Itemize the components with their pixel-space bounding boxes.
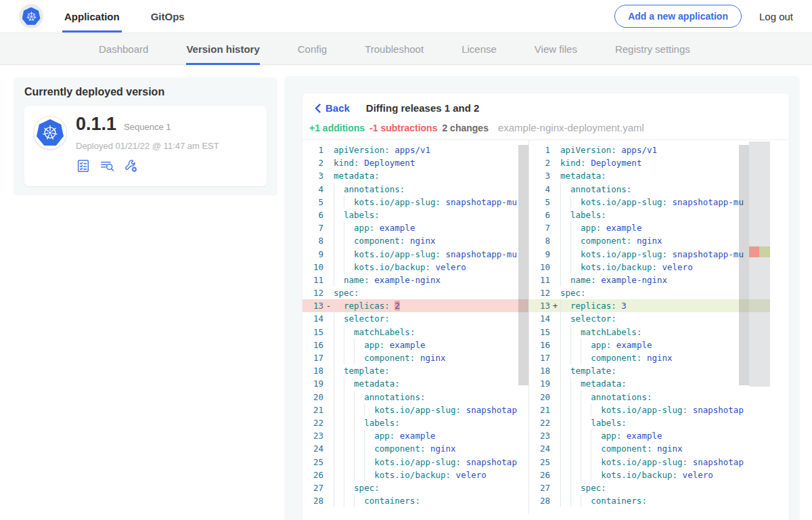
code-line: 24component: nginx <box>302 442 528 455</box>
additions-count: +1 additions <box>309 123 365 133</box>
tab-gitops[interactable]: GitOps <box>149 0 187 32</box>
deployed-timestamp: Deployed 01/21/22 @ 11:47 am EST <box>76 141 219 151</box>
scrollbar-thumb[interactable] <box>739 145 749 385</box>
code-line: 19metadata: <box>529 377 770 390</box>
code-line: 28containers: <box>529 494 770 507</box>
edit-config-icon[interactable] <box>124 158 139 173</box>
code-line: 16app: example <box>302 339 528 351</box>
diff-stats: +1 additions -1 subtractions 2 changes e… <box>302 114 789 139</box>
code-line: 7app: example <box>529 221 770 234</box>
code-line: 3metadata: <box>302 169 528 182</box>
version-number: 0.1.1 <box>76 114 116 135</box>
code-line: 24component: nginx <box>529 442 770 455</box>
kubernetes-logo-icon <box>19 4 43 28</box>
code-line: 27spec: <box>529 481 770 494</box>
diff-card: Back Diffing releases 1 and 2 +1 additio… <box>302 93 789 520</box>
code-line: 26kots.io/backup: velero <box>529 469 770 481</box>
version-card: 0.1.1 Sequence 1 Deployed 01/21/22 @ 11:… <box>24 106 267 186</box>
code-line: 23app: example <box>529 429 770 442</box>
tab-application[interactable]: Application <box>62 0 122 32</box>
subnav-tab-config[interactable]: Config <box>298 33 327 64</box>
code-line: 10kots.io/backup: velero <box>529 261 770 274</box>
code-line: 7app: example <box>302 221 528 234</box>
code-line: 11name: example-nginx <box>529 274 770 286</box>
code-line: 13-replicas: 2 <box>302 299 528 312</box>
code-line: 5kots.io/app-slug: snapshotapp-mu <box>529 196 770 209</box>
diff-filename: example-nginx-deployment.yaml <box>498 122 644 133</box>
code-line: 3metadata: <box>529 169 770 182</box>
code-line: 9kots.io/app-slug: snapshotapp-mu <box>302 248 528 261</box>
code-line: 12spec: <box>529 286 770 299</box>
code-line: 1apiVersion: apps/v1 <box>302 144 528 156</box>
code-line: 25kots.io/app-slug: snapshotap <box>302 456 528 469</box>
top-nav: Application GitOps Add a new application… <box>0 0 812 32</box>
code-line: 20annotations: <box>529 391 770 404</box>
sequence-label: Sequence 1 <box>124 122 171 132</box>
code-line: 15matchLabels: <box>302 326 528 339</box>
diff-editor-old[interactable]: 1apiVersion: apps/v12kind: Deployment3me… <box>302 140 529 514</box>
code-line: 28containers: <box>302 494 528 507</box>
preflight-checks-icon[interactable] <box>76 158 91 173</box>
app-version-logo-icon <box>34 116 66 149</box>
subnav-tab-troubleshoot[interactable]: Troubleshoot <box>365 33 424 64</box>
code-line: 21kots.io/app-slug: snapshotap <box>302 404 528 416</box>
code-line: 2kind: Deployment <box>529 156 770 169</box>
subtractions-count: -1 subtractions <box>369 123 437 133</box>
app-sub-nav: DashboardVersion historyConfigTroublesho… <box>0 32 812 65</box>
minimap-deletion-marker <box>749 246 759 257</box>
subnav-tab-license[interactable]: License <box>461 33 497 64</box>
code-line: 22labels: <box>302 416 528 429</box>
code-line: 21kots.io/app-slug: snapshotap <box>529 404 770 416</box>
diff-panel: Back Diffing releases 1 and 2 +1 additio… <box>284 76 800 520</box>
code-line: 20annotations: <box>302 391 528 404</box>
primary-tabs: Application GitOps <box>62 0 187 32</box>
code-line: 26kots.io/backup: velero <box>302 469 528 481</box>
code-line: 18template: <box>302 364 528 377</box>
code-line: 19metadata: <box>302 377 528 390</box>
changes-count: 2 changes <box>442 123 488 133</box>
code-line: 2kind: Deployment <box>302 156 528 169</box>
code-line: 27spec: <box>302 481 528 494</box>
subnav-tab-registry-settings[interactable]: Registry settings <box>615 33 690 64</box>
diff-editor-new[interactable]: 1apiVersion: apps/v12kind: Deployment3me… <box>529 140 770 514</box>
add-application-button[interactable]: Add a new application <box>614 5 742 28</box>
code-line: 5kots.io/app-slug: snapshotapp-mu <box>302 196 528 209</box>
code-line: 25kots.io/app-slug: snapshotap <box>529 456 770 469</box>
code-line: 8component: nginx <box>302 234 528 247</box>
minimap-addition-marker <box>759 246 770 257</box>
subnav-tab-version-history[interactable]: Version history <box>186 33 259 64</box>
code-line: 17component: nginx <box>529 351 770 364</box>
subnav-tab-view-files[interactable]: View files <box>535 33 577 64</box>
code-line: 22labels: <box>529 416 770 429</box>
code-line: 13+replicas: 3 <box>529 299 770 312</box>
code-line: 12spec: <box>302 286 528 299</box>
code-line: 10kots.io/backup: velero <box>302 261 528 274</box>
code-line: 18template: <box>529 364 770 377</box>
code-line: 8component: nginx <box>529 234 770 247</box>
code-line: 15matchLabels: <box>529 326 770 339</box>
diff-editors: 1apiVersion: apps/v12kind: Deployment3me… <box>302 139 789 514</box>
code-line: 16app: example <box>529 339 770 351</box>
scrollbar-thumb[interactable] <box>518 145 528 385</box>
code-line: 14selector: <box>529 312 770 325</box>
code-line: 1apiVersion: apps/v1 <box>529 144 770 156</box>
diff-minimap <box>749 142 770 387</box>
code-line: 11name: example-nginx <box>302 274 528 286</box>
back-link[interactable]: Back <box>315 102 350 114</box>
code-line: 17component: nginx <box>302 351 528 364</box>
code-line: 14selector: <box>302 312 528 325</box>
diff-title: Diffing releases 1 and 2 <box>366 102 480 114</box>
deployed-card-title: Currently deployed version <box>24 86 267 98</box>
logout-link[interactable]: Log out <box>759 11 793 22</box>
code-line: 6labels: <box>302 209 528 221</box>
deploy-logs-icon[interactable] <box>99 158 115 173</box>
chevron-left-icon <box>315 104 321 113</box>
code-line: 6labels: <box>529 209 770 221</box>
code-line: 9kots.io/app-slug: snapshotapp-mu <box>529 248 770 261</box>
subnav-tab-dashboard[interactable]: Dashboard <box>99 33 148 64</box>
code-line: 4annotations: <box>302 183 528 196</box>
code-line: 4annotations: <box>529 183 770 196</box>
currently-deployed-card: Currently deployed version 0.1.1 <box>14 77 277 196</box>
code-line: 23app: example <box>302 429 528 442</box>
